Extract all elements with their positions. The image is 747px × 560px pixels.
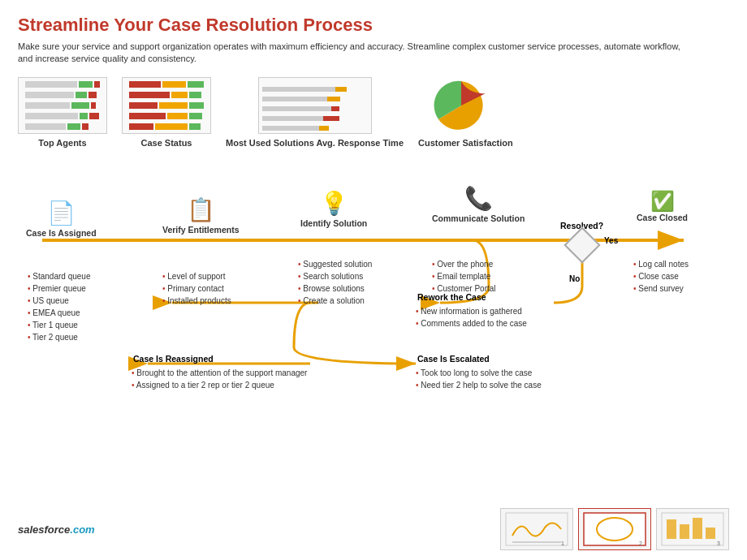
resolved-node: Resolved? [560,221,603,261]
bullet-item: Premier queue [28,282,90,295]
svg-text:2: 2 [639,541,642,546]
escalated-label: Case Is Escalated [417,354,490,364]
footer-thumb-2[interactable]: 2 [578,508,651,550]
bullet-item: Log call notes [633,258,689,270]
svg-rect-6 [327,97,340,101]
case-closed-label: Case Closed [637,213,688,222]
identify-bullets: Suggested solutionSearch solutionsBrowse… [298,258,372,307]
dashboard-top-agents[interactable]: Top Agents [18,77,107,148]
node-case-assigned: 📄 Case Is Assigned [26,200,97,238]
bullet-item: Tier 2 queue [28,331,90,343]
page-title: Streamline Your Case Resolution Process [18,15,729,36]
svg-rect-9 [319,126,329,131]
rework-bullets: New information is gatheredComments adde… [416,305,527,330]
bullet-item: Installed products [162,295,231,307]
bullet-item: EMEA queue [28,307,90,319]
satisfaction-label: Customer Satisfaction [418,138,513,148]
satisfaction-thumb [429,77,502,134]
reassigned-bullets: Brought to the attention of the support … [132,367,307,391]
identify-icon: 💡 [320,190,348,217]
dashboard-case-status[interactable]: Case Status [122,77,211,148]
flow-area: 📄 Case Is Assigned Standard queuePremier… [18,161,729,453]
footer: salesforce.com 1 2 [18,508,729,550]
no-text: No [569,274,580,283]
bullet-item: Comments added to the case [416,317,527,330]
svg-rect-7 [331,106,339,111]
node-verify-entitlements: 📋 Verify Entitlements [162,196,240,235]
verify-label: Verify Entitlements [162,225,240,235]
dashboard-row: Top Agents Case Status [18,77,729,148]
node-identify-solution: 💡 Identify Solution [300,190,367,228]
yes-text: Yes [604,236,618,245]
footer-thumb-1[interactable]: 1 [500,508,573,550]
case-assigned-bullets: Standard queuePremier queueUS queueEMEA … [28,270,90,343]
verify-bullets: Level of supportPrimary contactInstalled… [162,270,231,307]
bullet-item: Over the phone [432,258,496,270]
communicate-label: Communicate Solution [432,213,525,223]
case-status-label: Case Status [141,138,192,148]
bullet-item: Level of support [162,270,231,282]
svg-text:1: 1 [561,541,564,546]
solutions-label: Most Used Solutions Avg. Response Time [226,138,404,148]
bullet-item: Create a solution [298,295,372,307]
svg-rect-8 [323,116,339,121]
footer-thumb-3[interactable]: 3 [656,508,729,550]
node-communicate: 📞 Communicate Solution [432,185,525,223]
page: Streamline Your Case Resolution Process … [0,0,747,560]
verify-icon: 📋 [187,196,215,223]
bullet-item: Need tier 2 help to solve the case [416,379,542,391]
svg-rect-25 [680,524,689,539]
footer-thumbnails: 1 2 3 [500,508,729,550]
svg-text:3: 3 [717,541,720,546]
top-agents-label: Top Agents [38,138,86,148]
salesforce-logo: salesforce.com [18,523,95,536]
bullet-item: Browse solutions [298,282,372,295]
case-assigned-icon: 📄 [47,200,76,226]
bullet-item: New information is gathered [416,305,527,317]
svg-rect-5 [335,87,347,92]
bullet-item: Primary contact [162,282,231,295]
node-case-closed: ✅ Case Closed [637,190,688,222]
bullet-item: Assigned to a tier 2 rep or tier 2 queue [132,379,307,391]
top-agents-thumb [18,77,107,134]
dashboard-solutions[interactable]: Most Used Solutions Avg. Response Time [226,77,404,148]
dashboard-satisfaction[interactable]: Customer Satisfaction [418,77,513,148]
flow-arrows [18,161,729,453]
solutions-thumb [258,77,372,134]
bullet-item: Suggested solution [298,258,372,270]
svg-rect-17 [506,513,568,545]
bullet-item: Took too long to solve the case [416,367,542,379]
page-subtitle: Make sure your service and support organ… [18,41,684,66]
bullet-item: Close case [633,270,689,282]
bullet-item: US queue [28,295,90,307]
communicate-bullets: Over the phoneEmail templateCustomer Por… [432,258,496,295]
svg-rect-24 [667,519,676,539]
case-status-thumb [122,77,211,134]
case-closed-icon: ✅ [650,190,675,213]
bullet-item: Tier 1 queue [28,319,90,331]
rework-label: Rework the Case [417,292,486,302]
bullet-item: Search solutions [298,270,372,282]
bullet-item: Brought to the attention of the support … [132,367,307,379]
bullet-item: Standard queue [28,270,90,282]
bullet-item: Email template [432,270,496,282]
identify-label: Identify Solution [300,218,367,228]
reassigned-label: Case Is Reassigned [133,354,214,364]
case-assigned-label: Case Is Assigned [26,228,97,238]
communicate-icon: 📞 [464,185,493,212]
bullet-item: Send survey [633,282,689,295]
svg-rect-26 [693,518,702,539]
escalated-bullets: Took too long to solve the caseNeed tier… [416,367,542,391]
case-closed-bullets: Log call notesClose caseSend survey [633,258,689,295]
svg-rect-27 [706,528,715,539]
